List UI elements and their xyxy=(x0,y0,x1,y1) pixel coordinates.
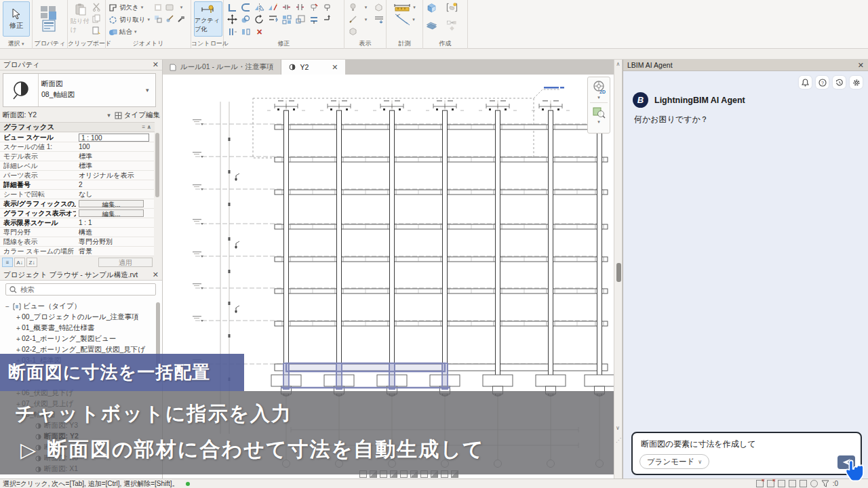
property-row[interactable]: パーツ表示オリジナルを表示 xyxy=(0,171,155,180)
match-type-icon[interactable] xyxy=(91,24,102,36)
cope-button[interactable]: 切欠き▾ xyxy=(108,1,150,14)
move-icon[interactable] xyxy=(226,14,238,25)
select-underlay-icon[interactable]: × xyxy=(767,480,774,487)
scroll-thumb[interactable] xyxy=(616,263,621,282)
array-icon[interactable] xyxy=(281,14,292,25)
steering-wheel-icon[interactable]: 2D xyxy=(591,79,606,94)
unpin-icon[interactable] xyxy=(308,1,319,13)
property-value[interactable]: 編集... xyxy=(76,200,155,207)
paste-button[interactable]: 貼り付け xyxy=(71,1,91,37)
scale-icon[interactable] xyxy=(294,14,306,25)
create-group-icon[interactable] xyxy=(446,1,458,13)
tree-expand-icon[interactable]: + xyxy=(15,314,22,321)
align-beam-icon[interactable] xyxy=(308,14,319,25)
property-row[interactable]: グラフィックス表示オプション編集... xyxy=(0,209,155,218)
select-pinned-icon[interactable] xyxy=(778,480,785,487)
ai-panel-close-icon[interactable]: ✕ xyxy=(858,61,864,70)
mirror-axis-icon[interactable] xyxy=(254,1,265,13)
property-value[interactable]: 編集... xyxy=(76,209,155,217)
property-value[interactable]: オリジナルを表示 xyxy=(76,171,155,180)
beam-joins-icon[interactable] xyxy=(164,1,176,13)
mirror-draw-icon[interactable] xyxy=(267,1,279,13)
property-value[interactable]: 100 xyxy=(76,143,155,150)
tree-expand-icon[interactable]: + xyxy=(15,336,22,343)
zoom-region-icon[interactable] xyxy=(592,105,606,119)
property-row[interactable]: ビュー スケール1 : 100 xyxy=(0,133,155,142)
properties-scrollbar[interactable] xyxy=(154,133,161,256)
fillet-icon[interactable] xyxy=(240,1,252,13)
property-row[interactable]: 詳細番号2 xyxy=(0,180,155,190)
property-row[interactable]: 専門分野構造 xyxy=(0,228,155,237)
property-row[interactable]: 表示/グラフィックスの上書き編集... xyxy=(0,199,155,209)
apply-button[interactable]: 適用 xyxy=(98,258,153,267)
delete-icon[interactable]: × xyxy=(254,26,265,37)
type-selector[interactable]: 断面図 08_軸組図 ▾ xyxy=(3,73,156,107)
property-row[interactable]: シートで回転なし xyxy=(0,190,155,199)
join-button[interactable]: 結合▾ xyxy=(108,26,150,38)
paint-icon[interactable] xyxy=(164,13,176,24)
activate-button[interactable]: アクティブ化 xyxy=(194,1,222,37)
split-gap-icon[interactable] xyxy=(294,1,306,13)
property-row[interactable]: 表示限界スケール1 : 1 xyxy=(0,218,155,228)
view-box-icon[interactable] xyxy=(347,26,359,37)
help-icon[interactable]: ? xyxy=(816,76,829,89)
zoom-dropdown-icon[interactable]: ▾ xyxy=(597,119,600,125)
tab-section-y2[interactable]: Y2 ✕ xyxy=(281,60,345,75)
property-value[interactable]: 1 : 1 xyxy=(76,219,155,226)
sort-asc-button[interactable]: A↓ xyxy=(14,258,25,267)
properties-close-icon[interactable]: ✕ xyxy=(153,60,159,69)
unjoin-icon[interactable]: ▾ xyxy=(176,1,187,13)
measure-button[interactable]: ▾ xyxy=(393,1,416,14)
measure-angle-button[interactable]: ▾ xyxy=(394,14,415,26)
chat-input-card[interactable]: 断面図の要素に寸法を作成して プランモード∨ xyxy=(631,432,862,475)
property-row[interactable]: 詳細レベル標準 xyxy=(0,161,155,171)
align-multi-icon[interactable] xyxy=(226,26,238,37)
pin-icon[interactable] xyxy=(321,1,333,13)
notifications-bell-icon[interactable] xyxy=(799,76,812,89)
copy-icon[interactable] xyxy=(91,13,102,24)
create-parts-icon[interactable] xyxy=(426,20,437,31)
property-value[interactable]: 標準 xyxy=(76,161,155,171)
create-assembly-icon[interactable] xyxy=(446,20,458,31)
modify-button[interactable]: 修正 xyxy=(3,1,30,37)
trim-icon[interactable] xyxy=(226,1,238,13)
split-face-icon[interactable] xyxy=(153,13,164,24)
sort-desc-button[interactable]: Z↓ xyxy=(26,258,37,267)
create-cube-icon[interactable] xyxy=(426,1,437,13)
drag-on-selection-icon[interactable] xyxy=(800,480,807,487)
mode-select-button[interactable]: プランモード∨ xyxy=(639,454,709,469)
tree-item[interactable]: −ビュー（タイプ） xyxy=(0,301,155,312)
property-value[interactable]: 構造 xyxy=(76,228,155,237)
tree-item[interactable]: +00_プロジェクトのルール_注意事項 xyxy=(0,312,155,323)
canvas-scrollbar[interactable]: ∧ ∨ ⋰ xyxy=(614,60,623,479)
select-by-face-icon[interactable] xyxy=(789,480,796,487)
tree-expand-icon[interactable]: + xyxy=(15,346,22,354)
graphics-section-header[interactable]: グラフィックス≡ ∧ xyxy=(0,122,155,132)
property-value[interactable]: 専門分野別 xyxy=(76,237,155,247)
tree-expand-icon[interactable]: − xyxy=(4,303,11,310)
tree-item[interactable]: +02-1_ボーリング_製図ビュー xyxy=(0,333,155,344)
project-browser-close-icon[interactable]: ✕ xyxy=(153,270,159,279)
property-row[interactable]: スケールの値 1:100 xyxy=(0,142,155,152)
tree-item[interactable]: +01_概要書_特記仕様書 xyxy=(0,323,155,333)
cut-scissors-icon[interactable] xyxy=(91,1,102,13)
array-linear-icon[interactable] xyxy=(240,26,252,37)
cut-geometry-button[interactable]: 切り取り▾ xyxy=(108,14,150,26)
property-value[interactable]: 1 : 100 xyxy=(76,134,155,142)
modify-extra-icon[interactable] xyxy=(321,14,333,25)
scroll-up-icon[interactable]: ∧ xyxy=(614,61,622,67)
offset-icon[interactable] xyxy=(240,14,252,25)
type-selector-dropdown-icon[interactable]: ▾ xyxy=(146,74,155,106)
property-value[interactable]: 標準 xyxy=(76,152,155,161)
property-value[interactable]: 2 xyxy=(76,181,155,188)
sort-default-button[interactable]: ≡ xyxy=(2,258,13,267)
select-links-icon[interactable]: × xyxy=(756,480,764,487)
chat-input-text[interactable]: 断面図の要素に寸法を作成して xyxy=(641,439,755,450)
linework-icon[interactable] xyxy=(347,14,359,25)
reveal-hidden-icon[interactable] xyxy=(347,1,359,13)
settings-gear-icon[interactable] xyxy=(850,76,863,89)
search-input[interactable] xyxy=(20,285,136,293)
type-edit-button[interactable]: タイプ編集 xyxy=(115,110,160,120)
history-icon[interactable] xyxy=(833,76,846,89)
browser-search[interactable] xyxy=(5,283,156,296)
